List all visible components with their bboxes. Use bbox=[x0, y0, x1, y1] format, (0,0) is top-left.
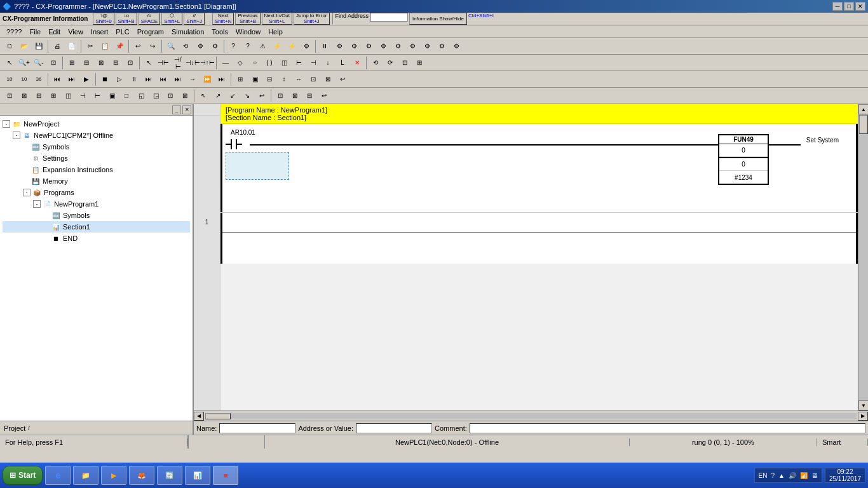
tb4-17[interactable]: ↘ bbox=[240, 89, 254, 103]
commented-rung-btn[interactable]: //Shift+J bbox=[184, 13, 205, 25]
tb-btn2[interactable]: ⚙ bbox=[208, 39, 222, 53]
sim-end-btn[interactable]: ⏭ bbox=[171, 72, 185, 86]
tb-plc9[interactable]: ⚙ bbox=[435, 39, 449, 53]
tb4-15[interactable]: ↗ bbox=[211, 89, 225, 103]
tree-node-end[interactable]: ⏹ END bbox=[3, 233, 190, 244]
tb4-1[interactable]: ⊡ bbox=[3, 89, 17, 103]
sim-next-btn[interactable]: → bbox=[186, 72, 200, 86]
horizontal-scrollbar[interactable]: ◀ ▶ bbox=[194, 410, 868, 421]
menu-plc[interactable]: PLC bbox=[112, 27, 133, 37]
hscroll-thumb[interactable] bbox=[205, 413, 231, 419]
tree-node-programs[interactable]: - 📦 Programs bbox=[3, 187, 190, 198]
start-button[interactable]: ⊞ Start bbox=[3, 466, 43, 485]
sim-step-btn[interactable]: ⏭ bbox=[142, 72, 156, 86]
scroll-up-btn[interactable]: ▲ bbox=[858, 104, 868, 114]
expand-programs[interactable]: - bbox=[23, 189, 31, 196]
tb-d3[interactable]: ⊟ bbox=[109, 56, 123, 70]
taskbar-app-app5[interactable]: 🔄 bbox=[157, 466, 182, 485]
horz-line-btn[interactable]: — bbox=[219, 56, 233, 70]
tree-node-newproject[interactable]: - 📁 NewProject bbox=[3, 118, 190, 130]
tb4-3[interactable]: ⊟ bbox=[32, 89, 46, 103]
paste-btn[interactable]: 📌 bbox=[112, 39, 126, 53]
save-btn[interactable]: 💾 bbox=[32, 39, 46, 53]
tb4-7[interactable]: ⊢ bbox=[90, 89, 104, 103]
sim-t1[interactable]: ⊞ bbox=[233, 72, 247, 86]
sim-t3[interactable]: ⊟ bbox=[262, 72, 276, 86]
tree-node-symbols2[interactable]: 🔤 Symbols bbox=[3, 210, 190, 221]
tree-node-section1[interactable]: 📊 Section1 bbox=[3, 221, 190, 233]
scroll-down-btn[interactable]: ▼ bbox=[858, 400, 868, 410]
copy-btn[interactable]: 📋 bbox=[98, 39, 112, 53]
tb-plc8[interactable]: ⚙ bbox=[420, 39, 434, 53]
expand-newprogram1[interactable]: - bbox=[33, 200, 41, 208]
open-btn[interactable]: 📂 bbox=[17, 39, 31, 53]
minimize-btn[interactable]: ─ bbox=[832, 2, 843, 11]
cursor-btn[interactable]: ↖ bbox=[142, 56, 156, 70]
tb4-21[interactable]: ⊟ bbox=[302, 89, 316, 103]
tb-l2[interactable]: ⊢ bbox=[292, 56, 306, 70]
sim-t5[interactable]: ↔ bbox=[292, 72, 306, 86]
step-back-btn[interactable]: ⏮ bbox=[50, 72, 64, 86]
tree-node-expansion[interactable]: 📋 Expansion Instructions bbox=[3, 164, 190, 175]
tree-node-newplc1[interactable]: - 🖥 NewPLC1[CPM2*] Offline bbox=[3, 130, 190, 141]
sim-t4[interactable]: ↕ bbox=[277, 72, 291, 86]
tb-plc7[interactable]: ⚙ bbox=[405, 39, 419, 53]
tb-e2[interactable]: ⟳ bbox=[383, 56, 397, 70]
tb-d4[interactable]: ⊡ bbox=[123, 56, 137, 70]
expand-newplc1[interactable]: - bbox=[13, 132, 20, 139]
name-input[interactable] bbox=[219, 423, 295, 433]
sim-t7[interactable]: ⊠ bbox=[321, 72, 335, 86]
menu-program[interactable]: Program bbox=[133, 27, 168, 37]
grid-btn[interactable]: ⊞ bbox=[65, 56, 79, 70]
print-btn[interactable]: 🖨 bbox=[50, 39, 64, 53]
coil-btn[interactable]: ( ) bbox=[262, 56, 276, 70]
expand-newproject[interactable]: - bbox=[3, 120, 10, 128]
taskbar-app-explorer[interactable]: 📁 bbox=[73, 466, 98, 485]
tb4-20[interactable]: ⊠ bbox=[288, 89, 302, 103]
next-inout-btn[interactable]: Next In/OutShift+L bbox=[262, 13, 292, 25]
find-address-input[interactable] bbox=[370, 13, 408, 22]
tb-d1[interactable]: ⊟ bbox=[79, 56, 93, 70]
tb-l5[interactable]: L bbox=[336, 56, 349, 70]
tree-node-newprogram1[interactable]: - 📄 NewProgram1 bbox=[3, 198, 190, 210]
contact-no-btn[interactable]: ⊣/⊢ bbox=[171, 56, 185, 70]
tb-btn3[interactable]: ? bbox=[226, 39, 240, 53]
scroll-left-btn[interactable]: ◀ bbox=[194, 412, 204, 421]
zoom-fit-btn[interactable]: ⊡ bbox=[46, 56, 60, 70]
tb-plc2[interactable]: ⚙ bbox=[332, 39, 346, 53]
diff-up-btn[interactable]: ↑@Shift+0 bbox=[93, 13, 114, 25]
tree-node-symbols1[interactable]: 🔤 Symbols bbox=[3, 141, 190, 152]
tb4-13[interactable]: ⊠ bbox=[178, 89, 192, 103]
tb4-8[interactable]: ▣ bbox=[105, 89, 119, 103]
menu-help[interactable]: Help bbox=[264, 27, 287, 37]
tb-e4[interactable]: ⊞ bbox=[412, 56, 426, 70]
sim-t8[interactable]: ↩ bbox=[336, 72, 349, 86]
tb-e3[interactable]: ⊡ bbox=[398, 56, 412, 70]
tb-plc10[interactable]: ⚙ bbox=[449, 39, 463, 53]
taskbar-app-cx[interactable]: ■ bbox=[213, 466, 238, 485]
menu-insert[interactable]: Insert bbox=[87, 27, 112, 37]
cut-btn[interactable]: ✂ bbox=[83, 39, 97, 53]
sim-ff-btn[interactable]: ⏩ bbox=[200, 72, 214, 86]
tb4-12[interactable]: ⊡ bbox=[163, 89, 177, 103]
menu-window[interactable]: Window bbox=[232, 27, 264, 37]
info-show-hide-btn[interactable]: Information Show/Hide bbox=[409, 13, 467, 25]
menu-simulation[interactable]: Simulation bbox=[168, 27, 208, 37]
tb4-18[interactable]: ↩ bbox=[255, 89, 269, 103]
menu-tools[interactable]: Tools bbox=[208, 27, 232, 37]
tb4-19[interactable]: ⊡ bbox=[273, 89, 287, 103]
tb-plc4[interactable]: ⚙ bbox=[362, 39, 376, 53]
taskbar-app-excel[interactable]: 📊 bbox=[185, 466, 210, 485]
taskbar-app-firefox[interactable]: 🦊 bbox=[129, 466, 154, 485]
tb-plc1[interactable]: ⏸ bbox=[318, 39, 332, 53]
clock[interactable]: 09:22 25/11/2017 bbox=[825, 468, 865, 483]
circle-btn[interactable]: ○ bbox=[248, 56, 262, 70]
sim-play-btn[interactable]: ▷ bbox=[112, 72, 126, 86]
sim-t6[interactable]: ⊡ bbox=[306, 72, 320, 86]
diff-none-btn[interactable]: /oSPACE bbox=[139, 13, 161, 25]
redo-btn[interactable]: ↪ bbox=[146, 39, 159, 53]
tb4-4[interactable]: ⊞ bbox=[46, 89, 60, 103]
immediate-ref-btn[interactable]: ⬡Shift+L bbox=[161, 13, 182, 25]
tb-btn1[interactable]: ⚙ bbox=[193, 39, 207, 53]
tb4-16[interactable]: ↙ bbox=[226, 89, 240, 103]
